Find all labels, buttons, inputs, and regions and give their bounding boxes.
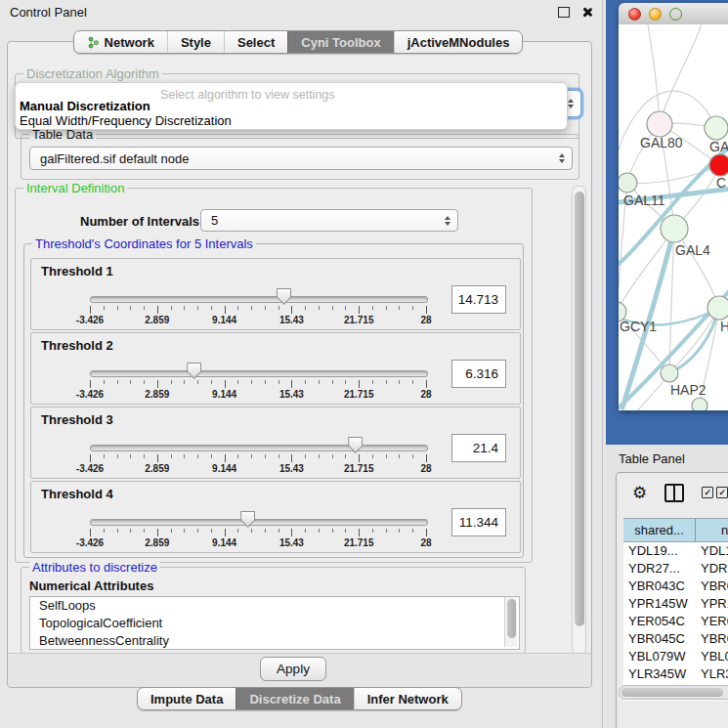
table-row[interactable]: YBL079WYBL0 <box>623 648 728 665</box>
network-node-gal80[interactable] <box>647 111 672 137</box>
numerical-attributes-list: SelfLoopsTopologicalCoefficientBetweenne… <box>29 596 520 650</box>
table-row[interactable]: YDR27...YDR2 <box>623 560 728 578</box>
tab-infer-network[interactable]: Infer Network <box>354 688 461 709</box>
threshold-value-field[interactable]: 6.316 <box>451 360 506 388</box>
bottom-tab-strip: Impute DataDiscretize DataInfer Network <box>137 687 462 710</box>
tab-impute-data[interactable]: Impute Data <box>138 688 236 709</box>
threshold-panel-2: Threshold 2 -3.4262.8599.14415.4321.7152… <box>30 332 521 405</box>
combo-stepper-icon[interactable] <box>445 216 450 226</box>
control-panel: Control Panel NetworkStyleSelectCyni Too… <box>0 0 603 728</box>
interval-definition-label: Interval Definition <box>23 181 127 195</box>
tab-cyni-toolbox[interactable]: Cyni Toolbox <box>287 31 393 53</box>
tab-jactivemnodules[interactable]: jActiveMNodules <box>394 31 523 53</box>
main-vertical-scrollbar[interactable] <box>572 186 586 655</box>
tab-label: Discretize Data <box>249 692 340 707</box>
cell-shared-name: YLR345W <box>623 665 696 683</box>
network-node-c[interactable] <box>709 154 728 176</box>
tick-label: 28 <box>420 315 431 325</box>
cell-name: YLR3 <box>696 665 728 683</box>
table-row[interactable]: YDL19...YDL1 <box>623 542 728 560</box>
table-header-row: shared... n... <box>623 518 728 542</box>
top-tab-strip: NetworkStyleSelectCyni ToolboxjActiveMNo… <box>0 30 596 54</box>
threshold-slider-track[interactable] <box>90 519 428 526</box>
scrollbar-thumb[interactable] <box>507 599 516 638</box>
network-node-h[interactable] <box>707 296 728 320</box>
number-of-intervals-combobox[interactable]: 5 <box>200 209 458 232</box>
table-row[interactable]: YBR043CYBR0 <box>623 578 728 595</box>
attribute-item-betweennesscentrality[interactable]: BetweennessCentrality <box>30 632 519 650</box>
threshold-value-field[interactable]: 14.713 <box>451 285 506 314</box>
tab-discretize-data[interactable]: Discretize Data <box>236 688 353 709</box>
popup-item-equal-width-frequency[interactable]: Equal Width/Frequency Discretization <box>20 113 232 128</box>
threshold-value-field[interactable]: 21.4 <box>451 434 506 462</box>
table-row[interactable]: YER054CYER0 <box>623 613 728 630</box>
cell-shared-name: YDL19... <box>623 542 696 560</box>
apply-button[interactable]: Apply <box>260 657 326 681</box>
tick-label: 2.859 <box>145 463 169 474</box>
network-canvas[interactable]: GAL80GACGAL11GAL4GCY1HHAP2 <box>619 24 728 410</box>
minimize-traffic-light-icon[interactable] <box>649 8 662 21</box>
table-data-combobox[interactable]: galFiltered.sif default node <box>29 147 573 170</box>
tab-select[interactable]: Select <box>224 31 287 53</box>
column-header-shared-name[interactable]: shared... <box>623 519 696 541</box>
cell-name: YBR0 <box>696 630 728 648</box>
float-window-icon[interactable] <box>558 7 570 18</box>
table-horizontal-scrollbar[interactable] <box>619 685 728 700</box>
threshold-label: Threshold 3 <box>41 412 113 427</box>
attributes-list-scrollbar[interactable] <box>504 597 517 647</box>
network-node-ga[interactable] <box>705 116 728 140</box>
tick-label: 21.715 <box>344 537 374 548</box>
attribute-item-selfloops[interactable]: SelfLoops <box>30 597 519 615</box>
zoom-traffic-light-icon[interactable] <box>669 8 682 21</box>
threshold-panel-1: Threshold 1 -3.4262.8599.14415.4321.7152… <box>30 258 521 330</box>
close-icon[interactable] <box>581 7 592 18</box>
network-view-window: GAL80GACGAL11GAL4GCY1HHAP2 <box>619 3 728 410</box>
threshold-slider-track[interactable] <box>90 445 428 451</box>
slider-ticks <box>90 454 427 463</box>
tick-label: 9.144 <box>212 463 236 474</box>
table-panel: ⚙ ✓ ✓ shared... n... YDL19...YDL1YDR27..… <box>616 472 728 728</box>
slider-ticks <box>90 529 427 537</box>
slider-ticks <box>90 306 427 315</box>
table-data-value: galFiltered.sif default node <box>40 151 189 166</box>
table-row[interactable]: YPR145WYPR1 <box>623 595 728 613</box>
threshold-slider-track[interactable] <box>90 370 428 377</box>
combo-stepper-icon[interactable] <box>559 153 565 163</box>
network-node-hap2[interactable] <box>661 364 678 382</box>
table-row[interactable]: YLR345WYLR3 <box>623 665 728 683</box>
scrollbar-thumb[interactable] <box>575 192 584 626</box>
popup-item-manual-discretization[interactable]: Manual Discretization <box>20 99 150 113</box>
network-node-label: GAL80 <box>640 135 683 150</box>
cell-name: YDR2 <box>696 560 728 578</box>
tick-label: -3.426 <box>76 463 104 474</box>
threshold-label: Threshold 4 <box>41 487 113 501</box>
network-window-region: GAL80GACGAL11GAL4GCY1HHAP2 <box>606 0 728 445</box>
scrollbar-thumb[interactable] <box>621 688 723 697</box>
threshold-slider-track[interactable] <box>90 296 428 303</box>
column-header-name[interactable]: n... <box>696 519 728 541</box>
network-node-label: H <box>720 319 728 334</box>
tick-label: 21.715 <box>344 463 374 474</box>
table-row[interactable]: YBR045CYBR0 <box>623 630 728 648</box>
popup-placeholder-text: Select algorithm to view settings <box>160 88 335 102</box>
tab-label: Style <box>181 35 211 50</box>
attribute-item-topologicalcoefficient[interactable]: TopologicalCoefficient <box>30 615 519 632</box>
checkbox-icon: ✓ <box>716 487 728 498</box>
combo-stepper-icon[interactable] <box>568 99 574 108</box>
tick-label: -3.426 <box>76 389 104 400</box>
network-node-gal11[interactable] <box>619 173 637 193</box>
tab-network[interactable]: Network <box>74 31 167 53</box>
threshold-value-field[interactable]: 11.344 <box>451 508 506 536</box>
tab-style[interactable]: Style <box>167 31 224 53</box>
network-window-titlebar[interactable] <box>619 3 728 25</box>
network-node-gal4[interactable] <box>661 215 688 242</box>
gear-icon[interactable]: ⚙ <box>632 485 647 501</box>
slider-tick-labels: -3.4262.8599.14415.4321.71528 <box>90 315 427 326</box>
select-columns-icon[interactable]: ✓ ✓ <box>702 487 728 498</box>
network-node[interactable] <box>692 398 707 410</box>
slider-tick-labels: -3.4262.8599.14415.4321.71528 <box>90 537 427 549</box>
tab-label: Impute Data <box>150 692 223 707</box>
cell-shared-name: YDR27... <box>623 560 696 578</box>
split-columns-icon[interactable] <box>664 484 684 502</box>
close-traffic-light-icon[interactable] <box>628 8 641 21</box>
